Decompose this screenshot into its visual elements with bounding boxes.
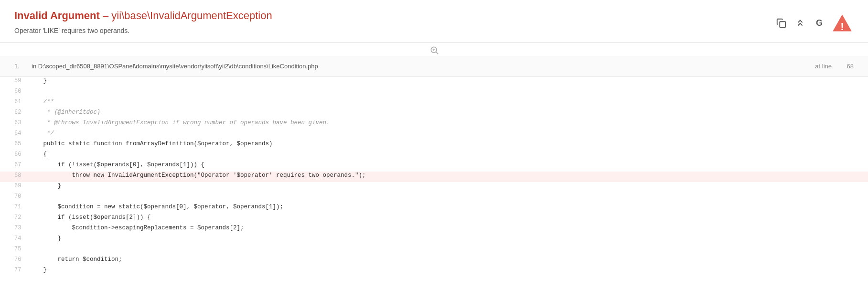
error-class-name: yii\base\InvalidArgumentException bbox=[111, 10, 272, 22]
header-left: Invalid Argument – yii\base\InvalidArgum… bbox=[14, 10, 272, 34]
zoom-icon-area bbox=[0, 43, 868, 56]
line-code: $condition->escapingReplacements = $oper… bbox=[29, 224, 868, 235]
error-message: Operator 'LIKE' requires two operands. bbox=[14, 27, 272, 34]
line-code bbox=[29, 87, 868, 98]
line-number: 77 bbox=[0, 266, 29, 277]
line-code: public static function fromArrayDefiniti… bbox=[29, 140, 868, 151]
svg-line-4 bbox=[436, 52, 438, 54]
line-code: } bbox=[29, 266, 868, 277]
line-number: 66 bbox=[0, 151, 29, 161]
code-line: 74 } bbox=[0, 235, 868, 245]
line-code: * {@inheritdoc} bbox=[29, 108, 868, 119]
line-number: 72 bbox=[0, 214, 29, 224]
line-code: $condition = new static($operands[0], $o… bbox=[29, 203, 868, 214]
code-line: 68 throw new InvalidArgumentException("O… bbox=[0, 172, 868, 182]
zoom-icon bbox=[429, 45, 439, 55]
error-title-separator: – bbox=[103, 10, 111, 22]
line-number: 76 bbox=[0, 256, 29, 266]
code-line: 77 } bbox=[0, 266, 868, 277]
line-code: if (!isset($operands[0], $operands[1])) … bbox=[29, 161, 868, 172]
code-line: 60 bbox=[0, 87, 868, 98]
code-line: 69 } bbox=[0, 182, 868, 193]
stack-file: in D:\scoped_dir6508_8891\OSPanel\domain… bbox=[32, 63, 807, 70]
stack-at-line-label: at line bbox=[815, 63, 832, 70]
code-line: 59 } bbox=[0, 77, 868, 87]
line-number: 69 bbox=[0, 182, 29, 193]
line-code: } bbox=[29, 182, 868, 193]
line-number: 61 bbox=[0, 98, 29, 108]
code-line: 76 return $condition; bbox=[0, 256, 868, 266]
line-code: if (isset($operands[2])) { bbox=[29, 214, 868, 224]
svg-text:!: ! bbox=[840, 20, 844, 32]
line-code: } bbox=[29, 235, 868, 245]
code-line: 65 public static function fromArrayDefin… bbox=[0, 140, 868, 151]
stack-number: 1. bbox=[14, 63, 24, 70]
line-number: 75 bbox=[0, 245, 29, 256]
error-title-name: Invalid Argument bbox=[14, 10, 100, 22]
line-code: * @throws InvalidArgumentException if wr… bbox=[29, 119, 868, 129]
google-icon-label: G bbox=[816, 18, 823, 28]
code-line: 63 * @throws InvalidArgumentException if… bbox=[0, 119, 868, 129]
code-line: 71 $condition = new static($operands[0],… bbox=[0, 203, 868, 214]
line-number: 62 bbox=[0, 108, 29, 119]
line-number: 73 bbox=[0, 224, 29, 235]
warning-icon: ! bbox=[831, 11, 854, 34]
error-title: Invalid Argument – yii\base\InvalidArgum… bbox=[14, 10, 272, 22]
line-number: 63 bbox=[0, 119, 29, 129]
line-number: 60 bbox=[0, 87, 29, 98]
code-line: 61 /** bbox=[0, 98, 868, 108]
code-viewer: 59 }6061 /**62 * {@inheritdoc}63 * @thro… bbox=[0, 77, 868, 277]
line-number: 64 bbox=[0, 129, 29, 140]
line-number: 67 bbox=[0, 161, 29, 172]
code-line: 62 * {@inheritdoc} bbox=[0, 108, 868, 119]
line-code: } bbox=[29, 77, 868, 87]
code-table: 59 }6061 /**62 * {@inheritdoc}63 * @thro… bbox=[0, 77, 868, 277]
stack-item: 1. in D:\scoped_dir6508_8891\OSPanel\dom… bbox=[14, 63, 854, 70]
copy-button[interactable] bbox=[773, 15, 789, 31]
line-number: 74 bbox=[0, 235, 29, 245]
line-code bbox=[29, 245, 868, 256]
line-code: throw new InvalidArgumentException("Oper… bbox=[29, 172, 868, 182]
svg-rect-0 bbox=[780, 22, 785, 27]
code-line: 64 */ bbox=[0, 129, 868, 140]
stack-button[interactable] bbox=[793, 15, 808, 31]
stack-trace: 1. in D:\scoped_dir6508_8891\OSPanel\dom… bbox=[0, 56, 868, 77]
line-number: 68 bbox=[0, 172, 29, 182]
line-code: { bbox=[29, 151, 868, 161]
code-line: 67 if (!isset($operands[0], $operands[1]… bbox=[0, 161, 868, 172]
google-button[interactable]: G bbox=[812, 15, 827, 31]
code-line: 70 bbox=[0, 193, 868, 203]
error-header: Invalid Argument – yii\base\InvalidArgum… bbox=[0, 0, 868, 43]
code-line: 72 if (isset($operands[2])) { bbox=[0, 214, 868, 224]
code-line: 73 $condition->escapingReplacements = $o… bbox=[0, 224, 868, 235]
line-code: */ bbox=[29, 129, 868, 140]
line-code: return $condition; bbox=[29, 256, 868, 266]
line-code: /** bbox=[29, 98, 868, 108]
line-number: 59 bbox=[0, 77, 29, 87]
code-line: 66 { bbox=[0, 151, 868, 161]
line-number: 71 bbox=[0, 203, 29, 214]
line-code bbox=[29, 193, 868, 203]
header-icons: G ! bbox=[773, 11, 854, 34]
line-number: 70 bbox=[0, 193, 29, 203]
stack-line-number: 68 bbox=[839, 63, 854, 70]
code-line: 75 bbox=[0, 245, 868, 256]
line-number: 65 bbox=[0, 140, 29, 151]
